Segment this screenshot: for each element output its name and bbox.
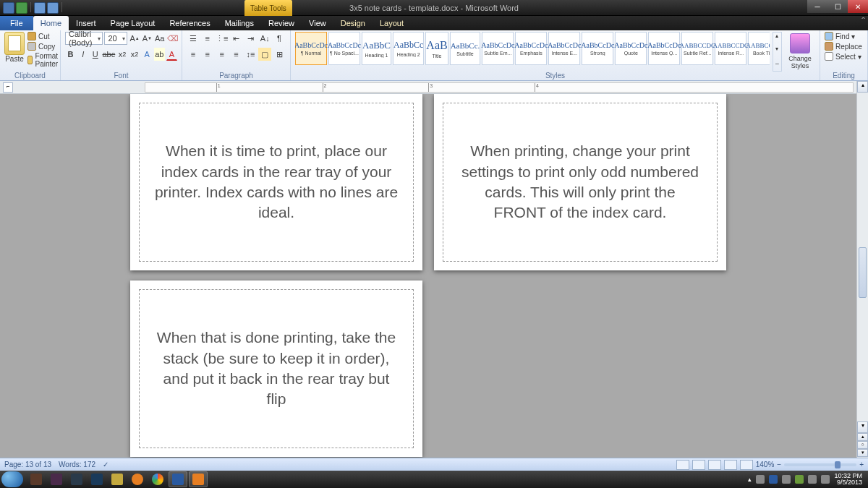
font-size-combo[interactable]: 20 <box>104 32 127 45</box>
align-center-button[interactable]: ≡ <box>201 48 214 61</box>
align-right-button[interactable]: ≡ <box>216 48 229 61</box>
undo-icon[interactable] <box>34 2 46 14</box>
style-item-13[interactable]: AABBCCDCIntense R... <box>715 32 746 65</box>
index-card-2[interactable]: When printing, change your print setting… <box>434 94 726 270</box>
clear-formatting-button[interactable]: ⌫ <box>166 32 179 45</box>
next-page-button[interactable]: ▾ <box>857 449 868 457</box>
style-item-5[interactable]: AaBbCc.Subtitle <box>450 32 481 65</box>
borders-button[interactable]: ⊞ <box>273 48 286 61</box>
tab-review[interactable]: Review <box>261 16 302 30</box>
tab-references[interactable]: References <box>162 16 217 30</box>
numbering-button[interactable]: ≡ <box>201 32 214 45</box>
tab-view[interactable]: View <box>302 16 333 30</box>
web-layout-view[interactable] <box>708 460 721 470</box>
draft-view[interactable] <box>740 460 753 470</box>
taskbar-app-lightroom[interactable] <box>67 471 86 487</box>
style-item-6[interactable]: AaBbCcDcSubtle Em... <box>482 32 514 65</box>
justify-button[interactable]: ≡ <box>230 48 243 61</box>
close-button[interactable]: ✕ <box>848 0 868 13</box>
tab-page-layout[interactable]: Page Layout <box>103 16 163 30</box>
decrease-indent-button[interactable]: ⇤ <box>230 32 243 45</box>
taskbar-app-vlc[interactable] <box>189 471 208 487</box>
browse-object-button[interactable]: ○ <box>857 441 868 449</box>
spell-check-icon[interactable]: ✓ <box>103 461 109 468</box>
change-case-button[interactable]: Aa <box>154 32 165 45</box>
paste-button[interactable]: Paste <box>4 32 25 63</box>
tab-insert[interactable]: Insert <box>69 16 103 30</box>
style-item-11[interactable]: AaBbCcDcIntense Q... <box>648 32 680 65</box>
style-item-1[interactable]: AaBbCcDc¶ No Spaci... <box>328 32 360 65</box>
scroll-thumb[interactable] <box>859 247 867 298</box>
start-button[interactable] <box>1 471 23 487</box>
zoom-out-button[interactable]: − <box>777 461 781 468</box>
document-area[interactable]: When it is time to print, place our inde… <box>0 94 856 458</box>
styles-scroll-up[interactable]: ▴ <box>773 33 781 46</box>
align-left-button[interactable]: ≡ <box>187 48 200 61</box>
show-hide-button[interactable]: ¶ <box>273 32 286 45</box>
subscript-button[interactable]: x2 <box>116 48 127 61</box>
tray-volume-icon[interactable] <box>821 475 830 484</box>
style-item-3[interactable]: AaBbCcHeading 2 <box>393 32 424 65</box>
zoom-in-button[interactable]: + <box>859 461 864 468</box>
shrink-font-button[interactable]: A▼ <box>142 32 153 45</box>
tab-selector[interactable]: ⌐ <box>3 82 13 93</box>
word-count[interactable]: Words: 172 <box>59 461 95 468</box>
sort-button[interactable]: A↓ <box>258 32 271 45</box>
font-color-button[interactable]: A <box>166 48 177 61</box>
redo-icon[interactable] <box>47 2 59 14</box>
index-card-1[interactable]: When it is time to print, place our inde… <box>130 94 422 270</box>
taskbar-app-indesign[interactable] <box>47 471 66 487</box>
horizontal-ruler[interactable]: 1 2 3 4 <box>145 82 854 93</box>
tray-show-hidden[interactable]: ▴ <box>748 476 752 483</box>
increase-indent-button[interactable]: ⇥ <box>244 32 257 45</box>
format-painter-button[interactable]: Format Painter <box>27 52 61 68</box>
taskbar-app-libraries[interactable] <box>108 471 127 487</box>
font-name-combo[interactable]: Calibri (Body) <box>65 32 103 45</box>
vertical-scrollbar[interactable]: ▴ ▾ ▴ ○ ▾ <box>856 81 868 458</box>
tray-icon[interactable] <box>782 475 791 484</box>
strikethrough-button[interactable]: abc <box>102 48 115 61</box>
styles-gallery[interactable]: AaBbCcDc¶ NormalAaBbCcDc¶ No Spaci...AaB… <box>295 32 770 72</box>
style-item-10[interactable]: AaBbCcDcQuote <box>615 32 647 65</box>
style-item-0[interactable]: AaBbCcDc¶ Normal <box>295 32 327 65</box>
style-item-7[interactable]: AaBbCcDcEmphasis <box>515 32 547 65</box>
text-effects-button[interactable]: A <box>142 48 153 61</box>
style-item-8[interactable]: AaBbCcDcIntense E... <box>548 32 580 65</box>
bold-button[interactable]: B <box>65 48 76 61</box>
replace-button[interactable]: Replace <box>825 42 863 51</box>
tab-design[interactable]: Design <box>333 16 373 30</box>
change-styles-button[interactable]: Change Styles <box>785 32 815 72</box>
taskbar-app-photoshop[interactable] <box>88 471 106 487</box>
underline-button[interactable]: U <box>90 48 101 61</box>
line-spacing-button[interactable]: ↕≡ <box>244 48 257 61</box>
bullets-button[interactable]: ☰ <box>187 32 200 45</box>
styles-more[interactable]: ⎯ <box>773 58 781 71</box>
highlight-button[interactable]: ab <box>154 48 165 61</box>
file-tab[interactable]: File <box>0 16 33 30</box>
fullscreen-reading-view[interactable] <box>692 460 705 470</box>
save-icon[interactable] <box>16 2 27 14</box>
grow-font-button[interactable]: A▲ <box>129 32 140 45</box>
taskbar-app-word[interactable] <box>169 471 187 487</box>
tray-nvidia-icon[interactable] <box>795 475 804 484</box>
tab-mailings[interactable]: Mailings <box>218 16 261 30</box>
system-clock[interactable]: 10:32 PM 9/5/2013 <box>834 473 862 486</box>
tray-bluetooth-icon[interactable] <box>769 475 778 484</box>
select-button[interactable]: Select ▾ <box>825 52 863 61</box>
multilevel-list-button[interactable]: ⋮≡ <box>216 32 229 45</box>
outline-view[interactable] <box>724 460 737 470</box>
tab-home[interactable]: Home <box>33 16 69 30</box>
tab-layout[interactable]: Layout <box>373 16 411 30</box>
taskbar-app-firefox[interactable] <box>128 471 147 487</box>
tray-network-icon[interactable] <box>808 475 817 484</box>
print-layout-view[interactable] <box>676 460 689 470</box>
italic-button[interactable]: I <box>77 48 88 61</box>
tray-icon[interactable] <box>756 475 765 484</box>
word-icon[interactable] <box>3 2 14 14</box>
style-item-4[interactable]: AaBTitle <box>425 32 448 65</box>
taskbar-app-bridge[interactable] <box>27 471 46 487</box>
style-item-12[interactable]: AABBCCDCSubtle Ref... <box>681 32 713 65</box>
superscript-button[interactable]: x2 <box>129 48 140 61</box>
maximize-button[interactable]: ☐ <box>827 0 848 13</box>
find-button[interactable]: Find ▾ <box>825 32 863 40</box>
